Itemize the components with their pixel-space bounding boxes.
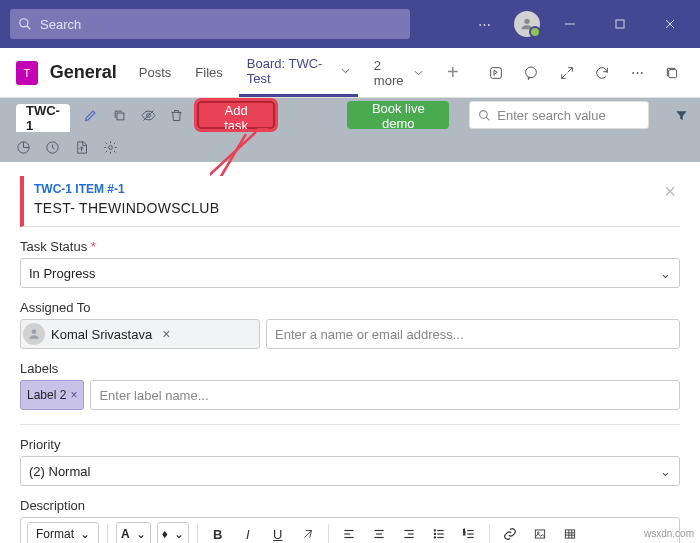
link-button[interactable] bbox=[498, 522, 522, 543]
maximize-button[interactable] bbox=[600, 4, 640, 44]
priority-label: Priority bbox=[20, 437, 680, 452]
labels-label: Labels bbox=[20, 361, 680, 376]
pie-icon[interactable] bbox=[16, 140, 31, 155]
highlight-dropdown[interactable]: ♦ ⌄ bbox=[157, 522, 189, 543]
remove-assignee-icon[interactable]: × bbox=[162, 326, 170, 342]
svg-line-1 bbox=[27, 26, 31, 30]
svg-rect-40 bbox=[535, 530, 544, 538]
svg-point-30 bbox=[434, 533, 435, 534]
minimize-button[interactable] bbox=[550, 4, 590, 44]
italic-button[interactable]: I bbox=[236, 522, 260, 543]
search-value-input[interactable]: Enter search value bbox=[469, 101, 649, 129]
chevron-down-icon: ⌄ bbox=[660, 266, 671, 281]
team-tile[interactable]: T bbox=[16, 61, 38, 85]
chevron-down-icon bbox=[414, 68, 423, 78]
priority-select[interactable]: (2) Normal ⌄ bbox=[20, 456, 680, 486]
gear-icon[interactable] bbox=[103, 140, 118, 155]
svg-rect-4 bbox=[616, 20, 624, 28]
svg-point-2 bbox=[524, 19, 529, 24]
clear-format-button[interactable] bbox=[296, 522, 320, 543]
refresh-icon[interactable] bbox=[588, 58, 615, 88]
app-icon[interactable] bbox=[483, 58, 510, 88]
avatar-icon bbox=[23, 323, 45, 345]
assigned-label: Assigned To bbox=[20, 300, 680, 315]
status-select[interactable]: In Progress ⌄ bbox=[20, 258, 680, 288]
history-icon[interactable] bbox=[45, 140, 60, 155]
assignee-input[interactable]: Enter a name or email address... bbox=[266, 319, 680, 349]
align-center-button[interactable] bbox=[367, 522, 391, 543]
close-button[interactable] bbox=[650, 4, 690, 44]
board-tab[interactable]: TWC-1 bbox=[16, 104, 70, 132]
status-label: Task Status * bbox=[20, 239, 680, 254]
svg-rect-10 bbox=[117, 113, 124, 120]
underline-button[interactable]: U bbox=[266, 522, 290, 543]
eye-icon[interactable] bbox=[140, 105, 157, 125]
svg-point-31 bbox=[434, 537, 435, 538]
book-demo-button[interactable]: Book live demo bbox=[347, 101, 449, 129]
label-input[interactable]: Enter label name... bbox=[90, 380, 680, 410]
channel-name: General bbox=[50, 62, 117, 83]
svg-rect-42 bbox=[565, 530, 574, 538]
edit-icon[interactable] bbox=[82, 105, 99, 125]
svg-point-16 bbox=[109, 145, 113, 149]
search-icon bbox=[18, 17, 32, 31]
description-label: Description bbox=[20, 498, 680, 513]
chevron-down-icon: ⌄ bbox=[80, 527, 90, 541]
item-id[interactable]: TWC-1 ITEM #-1 bbox=[34, 182, 672, 196]
overflow-icon[interactable]: ⋯ bbox=[624, 58, 651, 88]
watermark: wsxdn.com bbox=[644, 528, 694, 539]
align-left-button[interactable] bbox=[337, 522, 361, 543]
export-icon[interactable] bbox=[74, 140, 89, 155]
item-header: TWC-1 ITEM #-1 TEST- THEWINDOWSCLUB × bbox=[20, 176, 680, 227]
align-right-button[interactable] bbox=[397, 522, 421, 543]
list-ul-button[interactable] bbox=[427, 522, 451, 543]
svg-line-14 bbox=[486, 117, 489, 120]
svg-point-8 bbox=[526, 67, 537, 78]
item-title: TEST- THEWINDOWSCLUB bbox=[34, 200, 672, 216]
popout-icon[interactable] bbox=[659, 58, 686, 88]
tab-files[interactable]: Files bbox=[187, 49, 230, 97]
close-icon[interactable]: × bbox=[664, 180, 676, 203]
copy-icon[interactable] bbox=[111, 105, 128, 125]
bold-button[interactable]: B bbox=[206, 522, 230, 543]
chevron-down-icon bbox=[341, 66, 350, 76]
assignee-chip[interactable]: Komal Srivastava × bbox=[20, 319, 260, 349]
svg-text:2: 2 bbox=[463, 532, 465, 536]
svg-point-19 bbox=[32, 329, 37, 334]
font-color-dropdown[interactable]: A ⌄ bbox=[116, 522, 151, 543]
table-button[interactable] bbox=[558, 522, 582, 543]
svg-rect-9 bbox=[669, 69, 677, 77]
svg-point-29 bbox=[434, 530, 435, 531]
tab-posts[interactable]: Posts bbox=[131, 49, 180, 97]
chat-icon[interactable] bbox=[518, 58, 545, 88]
filter-icon[interactable] bbox=[673, 105, 690, 125]
list-ol-button[interactable]: 12 bbox=[457, 522, 481, 543]
tab-more[interactable]: 2 more bbox=[366, 49, 431, 97]
more-icon[interactable]: ⋯ bbox=[464, 4, 504, 44]
expand-icon[interactable] bbox=[553, 58, 580, 88]
add-tab-button[interactable]: + bbox=[439, 58, 466, 88]
chevron-down-icon: ⌄ bbox=[660, 464, 671, 479]
svg-point-13 bbox=[480, 110, 488, 118]
editor-toolbar: Format ⌄ A ⌄ ♦ ⌄ B I U 12 bbox=[20, 517, 680, 543]
tab-board[interactable]: Board: TWC-Test bbox=[239, 49, 358, 97]
remove-label-icon[interactable]: × bbox=[70, 388, 77, 402]
trash-icon[interactable] bbox=[168, 105, 185, 125]
avatar[interactable] bbox=[514, 11, 540, 37]
search-icon bbox=[478, 109, 491, 122]
global-search[interactable]: Search bbox=[10, 9, 410, 39]
svg-point-0 bbox=[20, 19, 28, 27]
add-task-button[interactable]: Add task bbox=[197, 101, 275, 129]
search-placeholder: Search bbox=[40, 17, 81, 32]
format-dropdown[interactable]: Format ⌄ bbox=[27, 522, 99, 543]
label-chip[interactable]: Label 2 × bbox=[20, 380, 84, 410]
image-button[interactable] bbox=[528, 522, 552, 543]
